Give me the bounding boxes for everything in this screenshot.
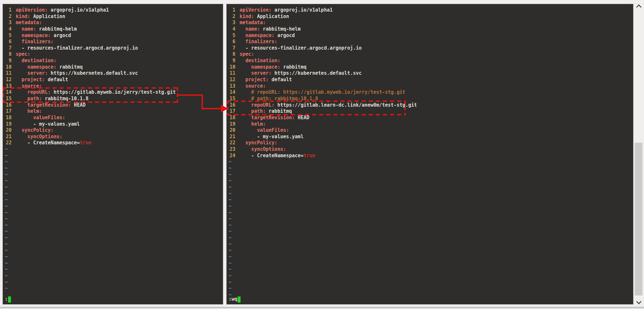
code-line: 22 syncPolicy:: [227, 140, 633, 146]
line-number: 3: [3, 20, 12, 26]
code-line: 10 namespace: rabbitmq: [3, 64, 223, 71]
empty-line-tilde: ~: [3, 146, 223, 153]
code-line: 22 - CreateNamespace=true: [3, 140, 223, 146]
code-line: 8spec:: [3, 51, 223, 58]
empty-line-tilde: ~: [227, 235, 633, 241]
empty-line-tilde: ~: [3, 241, 223, 248]
empty-line-tilde: ~: [227, 184, 633, 191]
line-number: 17: [227, 108, 235, 115]
left-editor-pane[interactable]: 1apiVersion: argoproj.io/v1alpha12kind: …: [3, 4, 223, 304]
empty-line-tilde: ~: [3, 279, 223, 286]
empty-line-tilde: ~: [3, 178, 223, 184]
empty-line-tilde: ~: [3, 235, 223, 241]
code-line: 15 # path: rabbitmq-10.1.8: [227, 96, 633, 102]
line-number: 4: [3, 26, 12, 33]
code-line: 20 valueFiles:: [227, 127, 633, 134]
empty-line-tilde: ~: [227, 273, 633, 279]
code-line: 7 - resources-finalizer.argocd.argoproj.…: [3, 45, 223, 52]
code-line: 9 destination:: [3, 58, 223, 64]
empty-line-tilde: ~: [3, 172, 223, 178]
code-line: 15 path: rabbitmq-10.1.8: [3, 96, 223, 102]
code-line: 11 server: https://kubernetes.default.sv…: [3, 70, 223, 77]
line-number: 1: [227, 7, 235, 14]
line-number: 22: [227, 140, 235, 146]
code-line: 8spec:: [227, 51, 633, 58]
line-number: 2: [3, 14, 12, 20]
empty-line-tilde: ~: [227, 228, 633, 235]
code-line: 24 - CreateNamespace=true: [227, 153, 633, 159]
empty-line-tilde: ~: [227, 247, 633, 254]
line-number: 21: [227, 134, 235, 140]
empty-line-tilde: ~: [3, 222, 223, 229]
vim-command-line[interactable]: :: [5, 296, 11, 303]
empty-line-tilde: ~: [3, 266, 223, 273]
code-line: 13 source:: [3, 83, 223, 90]
code-line: 17 helm:: [3, 108, 223, 115]
code-line: 18 valueFiles:: [3, 115, 223, 121]
line-number: 22: [3, 140, 12, 146]
line-number: 10: [227, 64, 235, 71]
empty-line-tilde: ~: [3, 203, 223, 210]
empty-line-tilde: ~: [3, 216, 223, 222]
code-line: 1apiVersion: argoproj.io/v1alpha1: [227, 7, 633, 14]
empty-line-tilde: ~: [3, 153, 223, 159]
line-number: 7: [227, 45, 235, 52]
empty-line-tilde: ~: [227, 210, 633, 216]
empty-line-tilde: ~: [227, 216, 633, 222]
code-line: 12 project: default: [227, 77, 633, 83]
line-number: 11: [227, 70, 235, 77]
line-number: 19: [227, 121, 235, 128]
line-number: 13: [3, 83, 12, 90]
code-line: 19 - my-values.yaml: [3, 121, 223, 128]
line-number: 24: [227, 153, 235, 159]
code-line: 6 finalizers:: [227, 39, 633, 45]
line-number: 8: [227, 51, 235, 58]
line-number: 12: [227, 77, 235, 83]
empty-line-tilde: ~: [3, 191, 223, 197]
line-number: 5: [3, 33, 12, 39]
terminal-cursor: [238, 296, 241, 303]
empty-line-tilde: ~: [3, 210, 223, 216]
line-number: 8: [3, 51, 12, 58]
code-line: 20 syncPolicy:: [3, 127, 223, 134]
line-number: 16: [3, 102, 12, 109]
line-number: 20: [3, 127, 12, 134]
code-line: 17 path: rabbitmq: [227, 108, 633, 115]
empty-line-tilde: ~: [3, 285, 223, 292]
code-line: 2kind: Application: [3, 14, 223, 20]
empty-line-tilde: ~: [227, 241, 633, 248]
empty-line-tilde: ~: [227, 266, 633, 273]
scrollbar[interactable]: [633, 0, 644, 309]
line-number: 1: [3, 7, 12, 14]
line-number: 3: [227, 20, 235, 26]
scroll-down-icon[interactable]: [636, 299, 642, 304]
empty-line-tilde: ~: [3, 254, 223, 260]
scroll-up-icon[interactable]: [636, 5, 642, 10]
empty-line-tilde: ~: [227, 203, 633, 210]
code-line: 14 # repoURL: https://gitlab.myweb.io/je…: [227, 89, 633, 96]
line-number: 9: [227, 58, 235, 64]
code-line: 6 finalizers:: [3, 39, 223, 45]
line-number: 12: [3, 77, 12, 83]
code-line: 3metadata:: [3, 20, 223, 26]
code-line: 5 namespace: argocd: [227, 33, 633, 39]
line-number: 15: [227, 96, 235, 102]
empty-line-tilde: ~: [227, 178, 633, 184]
empty-line-tilde: ~: [227, 222, 633, 229]
line-number: 4: [227, 26, 235, 33]
line-number: 17: [3, 108, 12, 115]
code-line: 23 syncOptions:: [227, 146, 633, 153]
vim-command-line[interactable]: :wq: [229, 296, 241, 303]
line-number: 14: [3, 89, 12, 96]
code-line: 1apiVersion: argoproj.io/v1alpha1: [3, 7, 223, 14]
line-number: 9: [3, 58, 12, 64]
line-number: 7: [3, 45, 12, 52]
code-line: 5 namespace: argocd: [3, 33, 223, 39]
code-line: 2kind: Application: [227, 14, 633, 20]
scrollbar-thumb[interactable]: [635, 143, 642, 295]
line-number: 5: [227, 33, 235, 39]
code-line: 18 targetRevision: HEAD: [227, 115, 633, 121]
code-line: 9 destination:: [227, 58, 633, 64]
right-editor-pane[interactable]: 1apiVersion: argoproj.io/v1alpha12kind: …: [226, 4, 633, 304]
empty-line-tilde: ~: [227, 254, 633, 260]
